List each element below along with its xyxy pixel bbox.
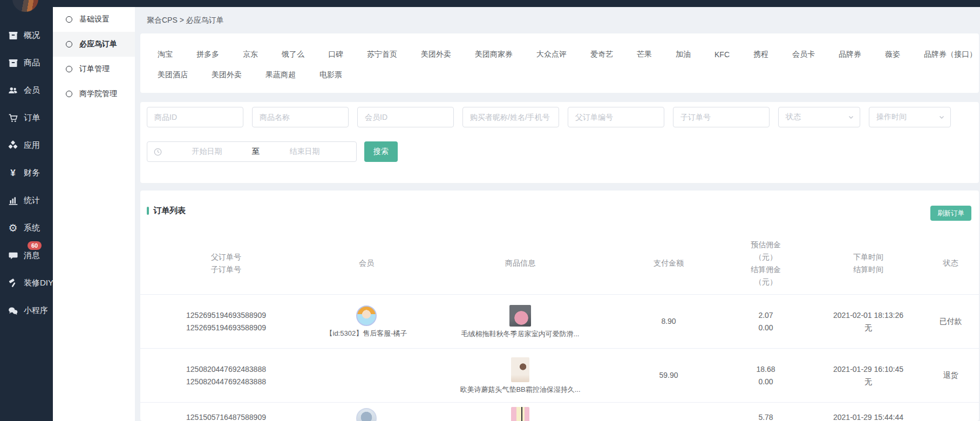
estimated-commission: 2.07 xyxy=(731,309,801,322)
end-date-placeholder[interactable]: 结束日期 xyxy=(260,147,350,157)
operation-time-select-value: 操作时间 xyxy=(876,112,907,122)
parent-order-no-input[interactable] xyxy=(568,107,664,127)
table-header-row: 父订单号子订单号 会员 商品信息 支付金额 预估佣金（元） 结算佣金（元） 下单… xyxy=(140,216,979,295)
sidebar-item-stats[interactable]: 统计 xyxy=(0,187,53,214)
status-select[interactable]: 状态 xyxy=(778,107,860,127)
sidebar-item-label: 统计 xyxy=(24,195,40,206)
decorate-hammer-icon xyxy=(7,278,19,289)
channel-tab[interactable]: 品牌券（接口） xyxy=(924,50,977,59)
breadcrumb[interactable]: 聚合CPS > 必应鸟订单 xyxy=(135,7,980,33)
channel-tab[interactable]: KFC xyxy=(714,50,730,59)
sub-order-id: 1250820447692483888 xyxy=(153,376,299,388)
sidebar-item-apps[interactable]: 应用 xyxy=(0,132,53,159)
product-id-input[interactable] xyxy=(147,107,243,127)
channel-tab[interactable]: 芒果 xyxy=(637,50,652,59)
column-header-status: 状态 xyxy=(936,257,965,269)
channel-tab[interactable]: 会员卡 xyxy=(792,50,815,59)
channel-tab[interactable]: 口碑 xyxy=(328,50,343,59)
submenu-item-basic-settings[interactable]: 基础设置 xyxy=(53,7,135,32)
sidebar-item-orders[interactable]: 订单 xyxy=(0,104,53,132)
messages-count-badge: 60 xyxy=(28,241,42,250)
sidebar-item-miniprogram[interactable]: 小程序 xyxy=(0,297,53,324)
order-list-title-row: 订单列表 xyxy=(140,191,979,216)
filter-panel: 状态 操作时间 开始日期 至 结束日期 搜索 xyxy=(140,102,979,183)
order-ids-cell: 1251505716487588909 xyxy=(153,411,299,421)
primary-sidebar: 概况 商品 会员 订单 xyxy=(0,0,53,421)
settled-commission: 0.00 xyxy=(731,322,801,334)
title-marker xyxy=(147,207,149,215)
channel-tab[interactable]: 果蔬商超 xyxy=(266,70,296,80)
sub-order-no-input[interactable] xyxy=(673,107,770,127)
sidebar-item-messages[interactable]: 60 消息 xyxy=(0,242,53,269)
start-date-placeholder[interactable]: 开始日期 xyxy=(162,147,252,157)
member-cell xyxy=(299,411,434,421)
channel-tab[interactable]: 美团商家券 xyxy=(475,50,513,59)
overview-box-icon xyxy=(7,30,19,41)
refresh-orders-button[interactable]: 刷新订单 xyxy=(930,206,971,221)
sidebar-item-overview[interactable]: 概况 xyxy=(0,22,53,49)
channel-tab[interactable]: 淘宝 xyxy=(158,50,173,59)
main-content: 聚合CPS > 必应鸟订单 淘宝拼多多京东饿了么口碑苏宁首页美团外卖美团商家券大… xyxy=(135,7,980,421)
times-cell: 2021-01-29 16:10:45 无 xyxy=(801,363,936,388)
channel-tab[interactable]: 加油 xyxy=(676,50,691,59)
buyer-input[interactable] xyxy=(462,107,559,127)
channel-tab[interactable]: 携程 xyxy=(753,50,768,59)
sidebar-item-system[interactable]: ⚙ 系统 xyxy=(0,214,53,242)
chevron-down-icon xyxy=(938,114,945,120)
channel-tab[interactable]: 苏宁首页 xyxy=(367,50,397,59)
parent-order-id: 1252695194693588909 xyxy=(153,309,299,322)
channel-tabs-panel: 淘宝拼多多京东饿了么口碑苏宁首页美团外卖美团商家券大众点评爱奇艺芒果加油KFC携… xyxy=(140,33,979,93)
date-range-picker[interactable]: 开始日期 至 结束日期 xyxy=(147,141,357,162)
sidebar-item-label: 小程序 xyxy=(24,305,48,316)
finance-yen-icon: ¥ xyxy=(7,168,19,179)
channel-tabs-row-2: 美团酒店美团外卖果蔬商超电影票 xyxy=(158,65,968,85)
channel-tab[interactable]: 大众点评 xyxy=(536,50,567,59)
product-image xyxy=(511,407,529,421)
member-id-input[interactable] xyxy=(357,107,454,127)
sidebar-item-finance[interactable]: ¥ 财务 xyxy=(0,159,53,187)
channel-tab[interactable]: 薇姿 xyxy=(885,50,900,59)
sidebar-item-members[interactable]: 会员 xyxy=(0,77,53,104)
channel-tab[interactable]: 京东 xyxy=(243,50,258,59)
member-avatar-image xyxy=(356,305,377,326)
sidebar-item-label: 消息 xyxy=(24,250,40,261)
channel-tab[interactable]: 电影票 xyxy=(319,70,342,80)
sidebar-item-label: 订单 xyxy=(24,113,40,123)
settle-time: 无 xyxy=(801,376,936,388)
channel-tab[interactable]: 爱奇艺 xyxy=(590,50,613,59)
circle-icon xyxy=(66,16,72,23)
product-cell: 毛绒棉拖鞋秋冬季居家室内可爱防滑... xyxy=(434,305,607,338)
search-button[interactable]: 搜索 xyxy=(364,141,398,162)
operation-time-select[interactable]: 操作时间 xyxy=(869,107,951,127)
submenu-item-academy-management[interactable]: 商学院管理 xyxy=(53,82,135,106)
channel-tab[interactable]: 拼多多 xyxy=(196,50,219,59)
sidebar-item-decorate-diy[interactable]: 装修DIY xyxy=(0,269,53,297)
sidebar-item-products[interactable]: 商品 xyxy=(0,49,53,77)
system-gear-icon: ⚙ xyxy=(7,223,19,234)
order-ids-cell: 1252695194693588909 1252695194693588909 xyxy=(153,309,299,334)
product-box-icon xyxy=(7,58,19,69)
clock-icon xyxy=(154,148,162,156)
channel-tab[interactable]: 饿了么 xyxy=(282,50,304,59)
channel-tab[interactable]: 美团酒店 xyxy=(158,70,188,80)
times-cell: 2021-01-29 15:44:44 xyxy=(801,411,936,421)
settled-commission: 0.00 xyxy=(731,376,801,388)
column-header-amount: 支付金额 xyxy=(607,257,731,269)
sidebar-item-label: 概况 xyxy=(24,30,40,40)
product-name: 毛绒棉拖鞋秋冬季居家室内可爱防滑... xyxy=(461,329,580,338)
product-name-input[interactable] xyxy=(252,107,349,127)
messages-bubble-icon: 60 xyxy=(7,250,19,261)
channel-tab[interactable]: 品牌券 xyxy=(839,50,861,59)
submenu-item-label: 商学院管理 xyxy=(79,89,117,99)
submenu-item-order-management[interactable]: 订单管理 xyxy=(53,57,135,82)
settle-time: 无 xyxy=(801,322,936,334)
commission-cell: 5.78 xyxy=(731,411,801,421)
status-cell: 退货 xyxy=(936,369,965,382)
parent-order-id: 1250820447692483888 xyxy=(153,363,299,376)
channel-tab[interactable]: 美团外卖 xyxy=(212,70,242,80)
column-header-product: 商品信息 xyxy=(434,257,607,269)
member-cell: 【id:5302】售后客服-橘子 xyxy=(299,305,434,338)
status-cell: 已付款 xyxy=(936,315,965,328)
submenu-item-bingniao-orders[interactable]: 必应鸟订单 xyxy=(53,32,135,57)
channel-tab[interactable]: 美团外卖 xyxy=(421,50,451,59)
